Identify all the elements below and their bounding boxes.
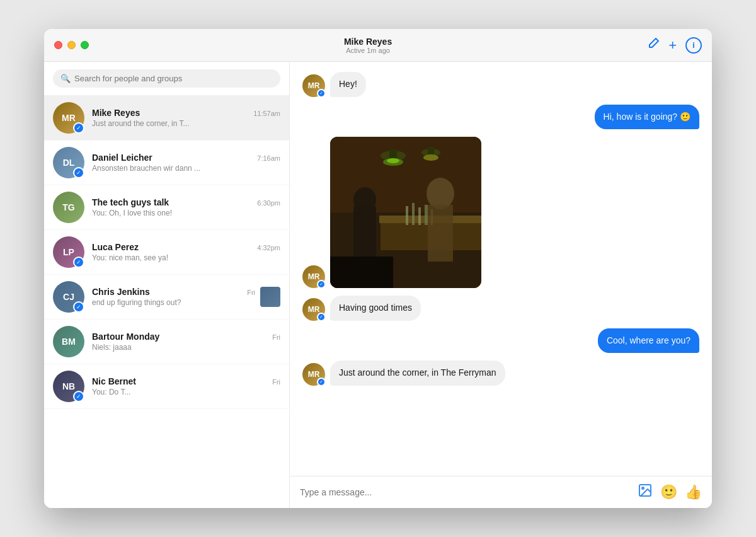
- conversation-info: Luca Perez 4:32pm You: nice man, see ya!: [92, 242, 280, 262]
- read-badge: ✓: [73, 301, 84, 313]
- close-button[interactable]: [54, 41, 62, 49]
- title-bar-right: + i: [647, 37, 702, 54]
- conversation-name: Nic Bernet: [92, 376, 136, 386]
- avatar-wrapper: BM: [53, 326, 84, 357]
- conversation-item-bartour-monday[interactable]: BM Bartour Monday Fri Niels: jaaaa: [44, 320, 289, 364]
- image-attach-button[interactable]: [638, 483, 653, 502]
- sidebar-header: 🔍: [44, 62, 289, 96]
- conversation-info: Daniel Leicher 7:16am Ansonsten brauchen…: [92, 153, 280, 173]
- conversation-time: Fri: [272, 333, 280, 341]
- conversation-time: 6:30pm: [257, 199, 280, 207]
- message-read-badge: ✓: [317, 378, 326, 386]
- conversation-preview: You: Oh, I love this one!: [92, 209, 280, 217]
- conversation-time: Fri: [272, 378, 280, 386]
- svg-rect-21: [330, 257, 393, 288]
- main-content: 🔍 MR ✓ Mike Reyes 11:57am Just around th…: [44, 62, 712, 508]
- avatar-wrapper: CJ ✓: [53, 281, 84, 313]
- message-row-msg1: MR ✓ Hey!: [302, 72, 699, 97]
- title-bar: Mike Reyes Active 1m ago + i: [44, 29, 712, 62]
- conversation-preview: Niels: jaaaa: [92, 343, 280, 352]
- message-avatar: MR ✓: [302, 298, 325, 321]
- sidebar: 🔍 MR ✓ Mike Reyes 11:57am Just around th…: [44, 62, 290, 508]
- message-avatar: MR ✓: [302, 265, 325, 288]
- conversation-info: Bartour Monday Fri Niels: jaaaa: [92, 332, 280, 352]
- conversation-top: Chris Jenkins Fri: [92, 287, 255, 297]
- title-bar-center: Mike Reyes Active 1m ago: [89, 37, 647, 54]
- conversation-name: Luca Perez: [92, 242, 139, 252]
- chat-area: MR ✓ Hey! Hi, how is it going? 🙂 MR ✓: [290, 62, 712, 508]
- message-read-badge: ✓: [317, 89, 326, 98]
- message-read-badge: ✓: [317, 313, 326, 321]
- avatar: BM: [53, 326, 84, 357]
- conversation-name: Bartour Monday: [92, 332, 159, 342]
- search-input[interactable]: [74, 74, 273, 83]
- conversation-time: Fri: [247, 289, 255, 296]
- traffic-lights: [54, 41, 89, 49]
- search-icon: 🔍: [60, 74, 71, 83]
- conversation-preview: end up figuring things out?: [92, 298, 255, 307]
- conversation-item-chris-jenkins[interactable]: CJ ✓ Chris Jenkins Fri end up figuring t…: [44, 275, 289, 320]
- contact-name: Mike Reyes: [344, 37, 392, 47]
- like-button[interactable]: 👍: [685, 484, 702, 500]
- conversation-info: Nic Bernet Fri You: Do T...: [92, 376, 280, 396]
- conversation-item-daniel-leicher[interactable]: DL ✓ Daniel Leicher 7:16am Ansonsten bra…: [44, 141, 289, 185]
- message-row-msg4: MR ✓ Having good times: [302, 296, 699, 321]
- message-bubble: Hi, how is it going? 🙂: [595, 105, 699, 130]
- conversations-list: MR ✓ Mike Reyes 11:57am Just around the …: [44, 96, 289, 508]
- message-bubble: Hey!: [330, 72, 366, 97]
- read-badge: ✓: [73, 391, 84, 402]
- message-bubble: Having good times: [330, 296, 421, 321]
- search-bar[interactable]: 🔍: [53, 69, 280, 88]
- minimize-button[interactable]: [67, 41, 76, 49]
- conversation-thumbnail: [260, 287, 280, 307]
- conversation-name: Daniel Leicher: [92, 153, 152, 163]
- contact-status: Active 1m ago: [346, 47, 390, 54]
- conversation-top: Daniel Leicher 7:16am: [92, 153, 280, 163]
- read-badge: ✓: [73, 167, 84, 178]
- read-badge: ✓: [73, 257, 84, 268]
- app-window: Mike Reyes Active 1m ago + i 🔍: [44, 29, 712, 508]
- avatar-wrapper: TG: [53, 192, 84, 223]
- read-badge: ✓: [73, 122, 84, 134]
- conversation-top: Mike Reyes 11:57am: [92, 108, 280, 118]
- chat-image: [330, 137, 481, 288]
- emoji-button[interactable]: 🙂: [660, 484, 677, 500]
- avatar-wrapper: NB ✓: [53, 371, 84, 402]
- compose-icon[interactable]: [647, 37, 660, 53]
- conversation-item-tech-guys[interactable]: TG The tech guys talk 6:30pm You: Oh, I …: [44, 185, 289, 230]
- message-bubble: Cool, where are you?: [598, 328, 699, 354]
- avatar-wrapper: LP ✓: [53, 236, 84, 268]
- conversation-time: 4:32pm: [257, 244, 280, 251]
- input-area: 🙂 👍: [290, 476, 712, 508]
- message-avatar: MR ✓: [302, 363, 325, 386]
- conversation-name: The tech guys talk: [92, 197, 169, 207]
- conversation-top: Luca Perez 4:32pm: [92, 242, 280, 252]
- avatar: TG: [53, 192, 84, 223]
- info-button[interactable]: i: [685, 37, 702, 54]
- conversation-name: Mike Reyes: [92, 108, 140, 118]
- message-input[interactable]: [300, 487, 630, 497]
- conversation-preview: You: Do T...: [92, 388, 280, 396]
- maximize-button[interactable]: [81, 41, 89, 49]
- avatar-wrapper: MR ✓: [53, 102, 84, 134]
- add-conversation-button[interactable]: +: [668, 37, 677, 54]
- conversation-item-nic-bernet[interactable]: NB ✓ Nic Bernet Fri You: Do T...: [44, 364, 289, 409]
- message-row-msg2: Hi, how is it going? 🙂: [302, 105, 699, 130]
- svg-point-23: [642, 487, 644, 489]
- input-icons: 🙂 👍: [638, 483, 702, 502]
- conversation-name: Chris Jenkins: [92, 287, 150, 297]
- message-row-msg5: Cool, where are you?: [302, 328, 699, 354]
- message-row-msg3: MR ✓: [302, 137, 699, 288]
- conversation-top: Bartour Monday Fri: [92, 332, 280, 342]
- conversation-info: Mike Reyes 11:57am Just around the corne…: [92, 108, 280, 128]
- avatar-wrapper: DL ✓: [53, 147, 84, 178]
- conversation-time: 7:16am: [257, 154, 280, 162]
- conversation-preview: Just around the corner, in T...: [92, 119, 280, 128]
- message-row-msg6: MR ✓ Just around the corner, in The Ferr…: [302, 361, 699, 386]
- conversation-preview: You: nice man, see ya!: [92, 253, 280, 262]
- conversation-top: The tech guys talk 6:30pm: [92, 197, 280, 207]
- conversation-item-luca-perez[interactable]: LP ✓ Luca Perez 4:32pm You: nice man, se…: [44, 230, 289, 275]
- conversation-time: 11:57am: [253, 110, 280, 117]
- conversation-item-mike-reyes[interactable]: MR ✓ Mike Reyes 11:57am Just around the …: [44, 96, 289, 141]
- conversation-info: The tech guys talk 6:30pm You: Oh, I lov…: [92, 197, 280, 217]
